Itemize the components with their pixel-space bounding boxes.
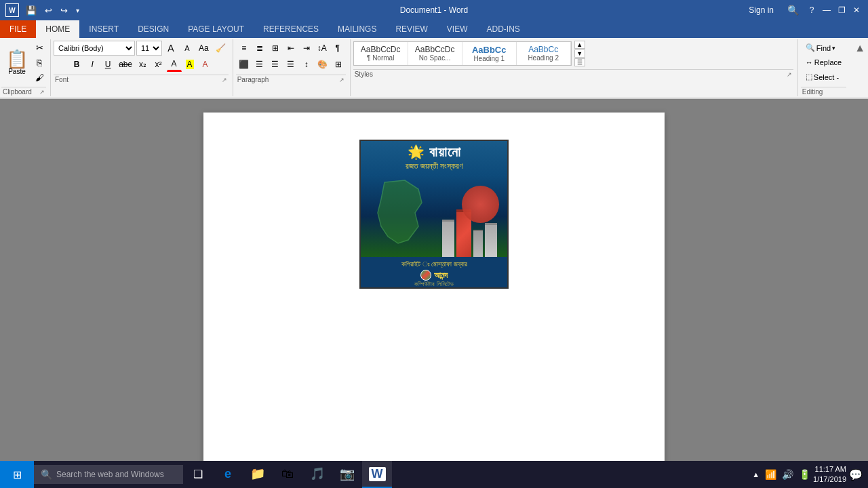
- numbered-list-btn[interactable]: ≣: [252, 41, 267, 56]
- edge-app[interactable]: e: [213, 461, 243, 488]
- paste-button[interactable]: 📋 Paste: [1, 47, 33, 79]
- decrease-indent-btn[interactable]: ⇤: [283, 41, 298, 56]
- font-family-select[interactable]: Calibri (Body): [54, 41, 135, 56]
- ribbon-tabs: FILE HOME INSERT DESIGN PAGE LAYOUT REFE…: [0, 20, 868, 38]
- minimize-btn[interactable]: —: [821, 4, 833, 16]
- undo-quick-btn[interactable]: ↩: [42, 4, 55, 17]
- copy-button[interactable]: ⎘: [33, 56, 46, 69]
- ribbon-collapse-btn[interactable]: ▲: [852, 39, 868, 96]
- tab-page-layout[interactable]: PAGE LAYOUT: [178, 20, 254, 38]
- find-button[interactable]: 🔍 Find ▾: [801, 41, 840, 55]
- align-right-btn[interactable]: ☰: [268, 57, 283, 72]
- app5-btn[interactable]: 🎵: [302, 461, 332, 488]
- style-heading1[interactable]: AaBbCc Heading 1: [462, 42, 517, 65]
- highlight-button[interactable]: A: [182, 57, 197, 72]
- italic-button[interactable]: I: [85, 57, 100, 72]
- increase-indent-btn[interactable]: ⇥: [299, 41, 314, 56]
- system-clock[interactable]: 11:17 AM 1/17/2019: [813, 464, 846, 485]
- replace-button[interactable]: ↔ Replace: [801, 56, 846, 69]
- bold-button[interactable]: B: [69, 57, 84, 72]
- tab-view[interactable]: VIEW: [437, 20, 477, 38]
- editing-group: 🔍 Find ▾ ↔ Replace ⬚ Select - Editing: [800, 39, 850, 96]
- battery-icon[interactable]: 🔋: [799, 469, 810, 480]
- taskbar-apps: ❑ e 📁 🛍 🎵 📷 W: [183, 461, 392, 488]
- styles-scroll-down[interactable]: ▼: [574, 49, 585, 58]
- multilevel-list-btn[interactable]: ⊞: [268, 41, 283, 56]
- find-icon: 🔍: [806, 43, 815, 52]
- subscript-button[interactable]: x₂: [136, 57, 151, 72]
- close-btn[interactable]: ✕: [850, 4, 863, 16]
- strikethrough-button[interactable]: abc: [116, 57, 134, 72]
- shading-btn[interactable]: 🎨: [315, 57, 330, 72]
- font-expand-icon[interactable]: ↗: [222, 77, 227, 83]
- title-bar: W 💾 ↩ ↪ ▾ Document1 - Word Sign in 🔍 ? —…: [0, 0, 868, 20]
- styles-expand-icon[interactable]: ↗: [787, 71, 792, 78]
- tab-review[interactable]: REVIEW: [386, 20, 437, 38]
- select-button[interactable]: ⬚ Select -: [801, 70, 844, 84]
- cut-button[interactable]: ✂: [33, 41, 46, 54]
- text-color-button[interactable]: A: [167, 57, 182, 72]
- publisher-logo: [420, 270, 431, 281]
- clear-format-btn[interactable]: 🧹: [213, 41, 229, 56]
- justify-btn[interactable]: ☰: [283, 57, 298, 72]
- line-spacing-btn[interactable]: ↕: [299, 57, 314, 72]
- align-left-btn[interactable]: ⬛: [236, 57, 252, 72]
- search-icon[interactable]: 🔍: [783, 3, 803, 17]
- file-explorer-app[interactable]: 📁: [243, 461, 273, 488]
- underline-button[interactable]: U: [100, 57, 115, 72]
- save-quick-btn[interactable]: 💾: [23, 4, 39, 17]
- superscript-button[interactable]: x²: [151, 57, 166, 72]
- book-cover-middle: [361, 176, 507, 257]
- copyright-text: কপিরাইট ঃ মোস্তাফা জব্বার: [366, 260, 502, 268]
- search-placeholder: Search the web and Windows: [56, 470, 164, 479]
- align-center-btn[interactable]: ☰: [252, 57, 267, 72]
- publisher-details: কম্পিউটার লিমিটেড: [366, 281, 502, 288]
- show-formatting-btn[interactable]: ¶: [330, 41, 345, 56]
- sign-in-link[interactable]: Sign in: [749, 5, 774, 15]
- more-quick-btn[interactable]: ▾: [73, 5, 82, 16]
- tab-mailings[interactable]: MAILINGS: [328, 20, 386, 38]
- document-page[interactable]: 🌟 বায়ানো রজত জয়ন্তী সংস্করণ: [203, 113, 665, 486]
- border-btn[interactable]: ⊞: [331, 57, 346, 72]
- format-painter-button[interactable]: 🖌: [33, 70, 46, 84]
- tab-file[interactable]: FILE: [0, 20, 36, 38]
- network-icon[interactable]: 📶: [765, 469, 776, 480]
- tab-design[interactable]: DESIGN: [128, 20, 178, 38]
- clipboard-expand-icon[interactable]: ↗: [39, 89, 45, 96]
- tab-add-ins[interactable]: ADD-INS: [477, 20, 529, 38]
- find-arrow: ▾: [832, 45, 835, 52]
- font-color-button[interactable]: A: [198, 57, 213, 72]
- grow-font-btn[interactable]: A: [163, 41, 178, 56]
- style-normal[interactable]: AaBbCcDc ¶ Normal: [354, 42, 408, 65]
- bullet-list-btn[interactable]: ≡: [237, 41, 252, 56]
- help-btn[interactable]: ?: [806, 4, 818, 16]
- map-svg: [368, 179, 429, 247]
- tray-arrow[interactable]: ▲: [752, 470, 760, 479]
- redo-quick-btn[interactable]: ↪: [58, 4, 71, 17]
- tab-insert[interactable]: INSERT: [79, 20, 128, 38]
- tab-references[interactable]: REFERENCES: [254, 20, 328, 38]
- tab-home[interactable]: HOME: [36, 20, 79, 38]
- store-app[interactable]: 🛍: [273, 461, 302, 488]
- paste-icon: 📋: [6, 50, 28, 68]
- app6-btn[interactable]: 📷: [332, 461, 362, 488]
- taskbar-search[interactable]: 🔍 Search the web and Windows: [34, 465, 183, 484]
- paragraph-expand-icon[interactable]: ↗: [339, 77, 344, 83]
- styles-more[interactable]: ☰: [574, 58, 585, 66]
- volume-icon[interactable]: 🔊: [782, 469, 793, 480]
- paragraph-group: ≡ ≣ ⊞ ⇤ ⇥ ↕A ¶ ⬛ ☰ ☰ ☰ ↕ 🎨 ⊞: [235, 39, 351, 96]
- start-button[interactable]: ⊞: [0, 461, 34, 488]
- word-taskbar-app[interactable]: W: [362, 461, 392, 488]
- shrink-font-btn[interactable]: A: [180, 41, 195, 56]
- font-size-select[interactable]: 11: [136, 41, 162, 56]
- task-view-btn[interactable]: ❑: [183, 461, 213, 488]
- sort-btn[interactable]: ↕A: [315, 41, 330, 56]
- change-case-btn[interactable]: Aa: [196, 41, 212, 56]
- styles-scroll-up[interactable]: ▲: [574, 41, 585, 49]
- style-heading2[interactable]: AaBbCc Heading 2: [517, 42, 571, 65]
- restore-btn[interactable]: ❐: [835, 4, 848, 16]
- clipboard-group: 📋 Paste ✂ ⎘ 🖌 Clipboard ↗: [0, 39, 51, 96]
- style-no-spacing[interactable]: AaBbCcDc No Spac...: [408, 42, 462, 65]
- title-bar-left: W 💾 ↩ ↪ ▾: [5, 3, 82, 17]
- notification-icon[interactable]: 💬: [849, 468, 863, 481]
